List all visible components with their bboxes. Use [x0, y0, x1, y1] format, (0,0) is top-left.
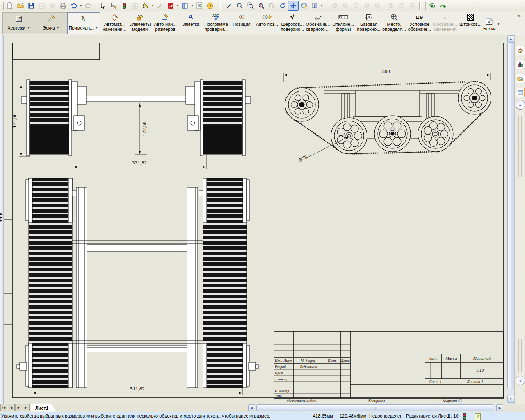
zoom-in-out-button[interactable]: [256, 1, 267, 11]
zoom-to-fit-button[interactable]: [235, 1, 245, 11]
task-pane-home-button[interactable]: [516, 46, 525, 55]
horizontal-scroll-thumb[interactable]: ||||: [256, 404, 493, 411]
surface-finish-button[interactable]: √ Шерохов...поверхно...: [280, 11, 305, 35]
save-button[interactable]: [26, 1, 37, 11]
solidworks-dropdown[interactable]: ▼: [176, 1, 180, 10]
drawing-sheet[interactable]: 171,50 122,50 331,82: [3, 35, 507, 404]
rotate-view-button[interactable]: [277, 1, 288, 11]
blocks-dropdown[interactable]: ▼: [497, 20, 500, 29]
svg-text:Разраб.: Разраб.: [274, 365, 287, 369]
geometric-tolerance-button[interactable]: .1 Отклоне...формы: [331, 11, 356, 35]
view-isometric-button: [397, 1, 407, 11]
dimension-axle-height[interactable]: 122,50: [135, 103, 147, 154]
shaded-view-button: [407, 1, 418, 11]
scroll-up-button[interactable]: ▲: [507, 35, 514, 42]
svg-text:Н. контр.: Н. контр.: [274, 389, 290, 393]
note-button[interactable]: A Заметка: [178, 11, 203, 35]
scroll-left-button[interactable]: ◀: [248, 404, 255, 411]
measure-button[interactable]: [140, 1, 151, 11]
drawings-dropdown[interactable]: ▼: [27, 23, 30, 32]
top-view[interactable]: [17, 178, 258, 388]
edrawings-button[interactable]: [427, 1, 437, 11]
front-view[interactable]: [21, 80, 251, 156]
annotations-dropdown[interactable]: ▼: [95, 23, 98, 32]
hole-callout-button[interactable]: ⊔ø Условноеобозначе...: [407, 11, 432, 35]
3d-drawing-view-button[interactable]: [299, 1, 309, 11]
last-sheet-button[interactable]: ▶|: [23, 404, 30, 411]
blocks-button[interactable]: A Блоки ▼: [483, 11, 514, 35]
autodimension-button[interactable]: Авто-нан...размеров: [153, 11, 178, 35]
drawing-canvas[interactable]: 171,50 122,50 331,82: [3, 35, 507, 404]
collapse-task-pane-button[interactable]: «: [516, 100, 525, 110]
scroll-down-button[interactable]: ▼: [507, 396, 514, 403]
title-block[interactable]: Изм. Лист № докум. Подп. Дата Разраб. Ве…: [274, 331, 504, 403]
quick-tips-icon[interactable]: ?: [475, 413, 481, 420]
svg-text:Масса: Масса: [445, 356, 457, 361]
vertical-scroll-thumb[interactable]: [507, 42, 514, 389]
pan-button[interactable]: [288, 1, 299, 11]
spell-checker-button[interactable]: ABC Программапроверки...: [203, 11, 229, 35]
area-hatch-button[interactable]: Штрихов...: [458, 11, 483, 35]
help-button[interactable]: [205, 1, 215, 11]
view-orientation-dropdown[interactable]: ▼: [320, 1, 324, 10]
tab-sketch[interactable]: Эскиз▼: [35, 13, 68, 34]
side-view[interactable]: [285, 82, 491, 154]
splitter-arrows-icon[interactable]: ▶▶▶: [0, 212, 2, 222]
solidworks-button[interactable]: [165, 1, 176, 11]
vertical-scrollbar[interactable]: ▲ ▼: [507, 35, 514, 404]
svg-text:331,82: 331,82: [132, 160, 147, 166]
print-button[interactable]: [58, 1, 68, 11]
balloon-button[interactable]: ① Позиция: [229, 11, 254, 35]
task-pane-file-explorer-button[interactable]: [516, 74, 525, 83]
task-pane-view-palette-button[interactable]: [516, 88, 525, 97]
auto-balloon-button[interactable]: ① Авто-поз...: [254, 11, 280, 35]
right-sprocket-wheel[interactable]: [458, 82, 491, 114]
dimension-side-length[interactable]: 500: [283, 68, 491, 82]
status-message: Укажите свойства выбранных размеров или …: [1, 413, 270, 418]
open-button[interactable]: [15, 1, 26, 11]
display-pane-button[interactable]: [180, 1, 190, 11]
model-items-button[interactable]: Элементымодели: [127, 11, 153, 35]
first-sheet-button[interactable]: |◀: [0, 404, 7, 411]
selection-filter-button[interactable]: [108, 1, 119, 11]
drawing-viewport[interactable]: ▶▶▶: [0, 35, 525, 404]
undo-button[interactable]: [68, 1, 79, 11]
rebuild-button[interactable]: [119, 1, 130, 11]
balloon-icon: ①: [239, 13, 244, 22]
animator-button[interactable]: [437, 1, 448, 11]
sketch-dropdown[interactable]: ▼: [56, 23, 60, 32]
prev-sheet-button[interactable]: ◀: [8, 404, 15, 411]
toolbar-grab-handle[interactable]: [423, 2, 426, 10]
road-wheel-1[interactable]: [331, 118, 367, 154]
auto-insert-button[interactable]: Автомат...нанесени...: [102, 11, 127, 35]
toolbar-grab-handle[interactable]: [1, 2, 4, 10]
tab-drawings[interactable]: Чертежи▼: [3, 13, 35, 34]
toolbar-overflow-chevron[interactable]: »: [518, 11, 525, 35]
datum-feature-button[interactable]: A Базоваяповерхно...: [356, 11, 381, 35]
scroll-right-button[interactable]: ▶: [496, 404, 503, 411]
pane-drag-handle[interactable]: [518, 116, 522, 177]
sheet-tab[interactable]: Лист1: [31, 404, 56, 412]
zoom-to-area-button[interactable]: [245, 1, 256, 11]
toolbar-grab-handle[interactable]: [220, 2, 223, 10]
select-button[interactable]: [98, 1, 108, 11]
next-sheet-button[interactable]: ▶: [15, 404, 22, 411]
task-pane-resources-button[interactable]: [516, 60, 525, 69]
display-pane-dropdown[interactable]: ▼: [190, 1, 194, 10]
weld-symbol-button[interactable]: Обозначе...сварного ...: [305, 11, 331, 35]
left-sprocket-wheel[interactable]: [285, 88, 319, 121]
view-orientation-button[interactable]: [309, 1, 320, 11]
measure-dropdown[interactable]: ▼: [151, 1, 155, 10]
collapse-lower-pane-button[interactable]: «: [516, 376, 525, 385]
road-wheel-2[interactable]: [374, 116, 411, 152]
new-document-button[interactable]: [5, 1, 15, 11]
road-wheel-3[interactable]: [418, 116, 453, 152]
pane-drag-handle[interactable]: [518, 339, 522, 372]
undo-dropdown[interactable]: ▼: [79, 1, 83, 10]
horizontal-scrollbar[interactable]: ||||: [256, 404, 496, 411]
redraw-button[interactable]: [224, 1, 235, 11]
tab-annotations[interactable]: A Примечан...▼: [67, 12, 100, 34]
rebuild-status-icon: [463, 413, 466, 420]
options-list-button[interactable]: [194, 1, 205, 11]
datum-target-button[interactable]: A1 Место,определя...: [381, 11, 407, 35]
